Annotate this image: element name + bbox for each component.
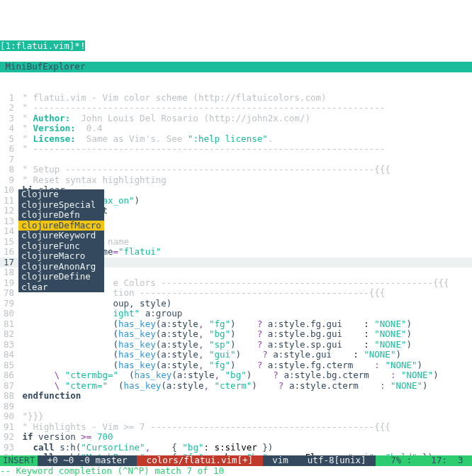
line-number: 79 <box>0 299 17 309</box>
encoding: utf-8[unix] <box>298 455 376 466</box>
code-line: 80 ight" a:group <box>0 309 472 319</box>
line-number: 90 <box>0 411 17 422</box>
code-line: 89 <box>0 402 472 412</box>
code-line: 4 " Version: 0.4 <box>0 123 472 134</box>
code-line: 85 (has_key(a:style, "fg") ? a:style.fg.… <box>0 360 472 371</box>
line-number: 85 <box>0 360 17 371</box>
completion-item[interactable]: clojureDefn <box>18 210 104 221</box>
file-name: colors/flatui.vim[+] <box>137 455 263 466</box>
line-number: 83 <box>0 340 17 350</box>
cursor-pos: 17: 3 <box>416 455 472 466</box>
code-line: 90 "}}} <box>0 411 472 422</box>
percent: 7% : <box>376 455 416 466</box>
line-number: 16 <box>0 247 17 258</box>
line-number: 88 <box>0 391 17 402</box>
completion-item[interactable]: clear <box>18 282 104 293</box>
tab[interactable]: [1:flatui.vim]*! <box>0 40 85 51</box>
code-line: 1 " flatui.vim - Vim color scheme (http:… <box>0 93 472 104</box>
line-number: 9 <box>0 175 17 186</box>
line-number: 78 <box>0 288 17 299</box>
code-line: 81 (has_key(a:style, "fg") ? a:style.fg.… <box>0 319 472 330</box>
completion-item[interactable]: Clojure <box>18 189 104 200</box>
line-number: 15 <box>0 237 17 248</box>
code-line: 82 (has_key(a:style, "bg") ? a:style.bg.… <box>0 329 472 340</box>
line-number: 7 <box>0 155 17 165</box>
code-line: 83 (has_key(a:style, "sp") ? a:style.sp.… <box>0 340 472 350</box>
completion-item[interactable]: clojureDefMacro <box>18 221 104 231</box>
code-line: 93 call s:h("CursorLine", { "bg": s:silv… <box>0 443 472 453</box>
line-number: 10 <box>0 185 17 196</box>
line-number: 89 <box>0 402 17 412</box>
code-line: 87 \ "cterm=" (has_key(a:style, "cterm")… <box>0 381 472 392</box>
line-number: 91 <box>0 422 17 433</box>
line-number: 5 <box>0 134 17 145</box>
mode-indicator: INSERT <box>0 455 38 466</box>
completion-item[interactable]: clojureKeyword <box>18 231 104 241</box>
line-number: 93 <box>0 443 17 453</box>
code-line: 88 endfunction <box>0 391 472 402</box>
minibuf-explorer: MiniBufExplorer <box>0 62 472 72</box>
code-line: 84 (has_key(a:style, "gui") ? a:style.gu… <box>0 350 472 360</box>
line-number: 6 <box>0 144 17 155</box>
line-number: 81 <box>0 319 17 330</box>
git-status: +0 ~0 -0 master <box>38 455 137 466</box>
code-line: 92 if version >= 700 <box>0 432 472 443</box>
line-number: 80 <box>0 309 17 319</box>
line-number: 17 <box>0 258 17 268</box>
line-number: 86 <box>0 370 17 381</box>
command-line: -- Keyword completion (^N^P) match 7 of … <box>0 466 472 477</box>
line-number: 19 <box>0 278 17 289</box>
code-line: 86 \ "ctermbg=" (has_key(a:style, "bg") … <box>0 370 472 381</box>
completion-item[interactable]: clojureMacro <box>18 251 104 262</box>
code-line: 3 " Author: John Louis Del Rosario (http… <box>0 114 472 124</box>
line-number: 92 <box>0 432 17 443</box>
line-number: 12 <box>0 206 17 216</box>
code-line: 8 " Setup ------------------------------… <box>0 165 472 175</box>
code-line: 2 " ------------------------------------… <box>0 103 472 114</box>
line-number: 13 <box>0 216 17 227</box>
line-number: 4 <box>0 123 17 134</box>
completion-item[interactable]: clojureFunc <box>18 241 104 252</box>
completion-item[interactable]: clojureSpecial <box>18 200 104 211</box>
code-line: 5 " License: Same as Vim's. See ":help l… <box>0 134 472 145</box>
completion-popup[interactable]: Clojure clojureSpecial clojureDefn cloju… <box>18 189 104 292</box>
line-number: 11 <box>0 196 17 206</box>
line-number: 18 <box>0 267 17 278</box>
status-line: INSERT +0 ~0 -0 master colors/flatui.vim… <box>0 455 472 466</box>
completion-item[interactable]: clojureAnonArg <box>18 262 104 272</box>
code-line: 7 <box>0 155 472 165</box>
line-number: 2 <box>0 103 17 114</box>
code-line: 79 oup, style) <box>0 299 472 309</box>
completion-item[interactable]: clojureDefine <box>18 272 104 282</box>
line-number: 82 <box>0 329 17 340</box>
line-number: 14 <box>0 226 17 237</box>
line-number: 3 <box>0 114 17 124</box>
line-number: 84 <box>0 350 17 360</box>
line-number: 87 <box>0 381 17 392</box>
line-number: 1 <box>0 93 17 104</box>
filetype: vim <box>263 455 298 466</box>
code-line: 9 " Reset syntax highlighting <box>0 175 472 186</box>
code-line: 6 " ------------------------------------… <box>0 144 472 155</box>
line-number: 8 <box>0 165 17 175</box>
code-line: 91 " Highlights - Vim >= 7 -------------… <box>0 422 472 433</box>
